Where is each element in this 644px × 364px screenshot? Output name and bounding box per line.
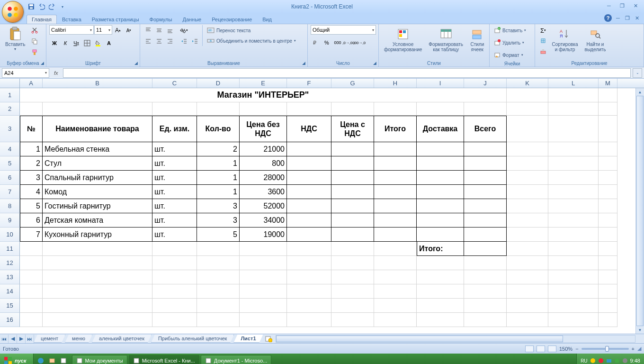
cell[interactable]: шт. (152, 142, 197, 156)
taskbar-item[interactable]: Microsoft Excel - Кни... (129, 355, 199, 364)
cell[interactable] (417, 156, 464, 171)
row-header[interactable]: 10 (0, 228, 20, 242)
scroll-up-icon[interactable]: ▲ (636, 88, 644, 96)
save-icon[interactable] (27, 2, 36, 11)
cell[interactable] (507, 102, 548, 116)
cell[interactable] (287, 228, 331, 242)
orientation-icon[interactable]: ab▾ (179, 25, 189, 36)
cell[interactable] (548, 299, 599, 313)
cell[interactable] (548, 242, 599, 256)
align-left-icon[interactable] (143, 36, 153, 46)
cell[interactable] (197, 256, 240, 270)
align-middle-icon[interactable] (154, 25, 164, 36)
cell[interactable] (374, 199, 417, 213)
grow-font-icon[interactable]: A▴ (113, 25, 123, 36)
cell[interactable] (464, 299, 507, 313)
autosum-icon[interactable]: Σ▾ (538, 25, 548, 36)
format-as-table-button[interactable]: Форматировать как таблицу (426, 25, 465, 54)
cell[interactable] (548, 185, 599, 199)
cell[interactable] (197, 270, 240, 284)
row-header[interactable]: 12 (0, 256, 20, 270)
cell[interactable] (374, 270, 417, 284)
cell[interactable] (374, 242, 417, 256)
cell[interactable] (417, 270, 464, 284)
row-header[interactable]: 9 (0, 213, 20, 228)
cell[interactable]: 4 (20, 185, 43, 199)
cell[interactable] (374, 142, 417, 156)
ribbon-tab[interactable]: Рецензирование (206, 15, 257, 24)
cell[interactable] (464, 213, 507, 228)
cell[interactable] (20, 256, 43, 270)
cell[interactable] (240, 313, 287, 327)
cell[interactable] (464, 199, 507, 213)
cut-icon[interactable] (29, 25, 40, 36)
cell[interactable] (374, 102, 417, 116)
cell[interactable] (240, 299, 287, 313)
cell[interactable]: шт. (152, 156, 197, 171)
percent-format-icon[interactable]: % (322, 37, 332, 48)
vertical-scrollbar[interactable]: ▲ ▼ (635, 88, 644, 334)
cell[interactable] (507, 313, 548, 327)
increase-indent-icon[interactable] (190, 36, 200, 46)
quicklaunch-icon[interactable] (36, 355, 46, 364)
cell[interactable] (287, 313, 331, 327)
cell[interactable] (507, 228, 548, 242)
hscroll-thumb[interactable] (276, 336, 564, 342)
cell[interactable]: Гостиный гарнитур (43, 199, 152, 213)
cell[interactable]: 2 (197, 142, 240, 156)
cell[interactable] (331, 102, 374, 116)
sort-filter-button[interactable]: АЯ Сортировка и фильтр (550, 25, 580, 54)
cell[interactable] (20, 299, 43, 313)
cell[interactable] (197, 299, 240, 313)
cell[interactable] (331, 142, 374, 156)
cell[interactable]: 52000 (240, 199, 287, 213)
cell[interactable] (507, 284, 548, 299)
cell[interactable] (548, 228, 599, 242)
row-header[interactable]: 8 (0, 199, 20, 213)
align-bottom-icon[interactable] (165, 25, 175, 36)
cell[interactable] (43, 284, 152, 299)
taskbar-item[interactable]: Мои документы (72, 355, 127, 364)
cell[interactable] (331, 156, 374, 171)
row-header[interactable]: 13 (0, 270, 20, 284)
cell[interactable] (599, 228, 617, 242)
cell[interactable] (599, 299, 617, 313)
cell[interactable]: 5 (20, 199, 43, 213)
cell[interactable]: 1 (197, 171, 240, 185)
tray-icon[interactable] (606, 358, 612, 364)
cell[interactable] (507, 299, 548, 313)
cell[interactable]: Кухонный гарнитур (43, 228, 152, 242)
cell[interactable] (43, 270, 152, 284)
cell[interactable] (548, 284, 599, 299)
cell[interactable]: 5 (197, 228, 240, 242)
cell[interactable] (43, 102, 152, 116)
cell[interactable] (43, 299, 152, 313)
view-page-layout-icon[interactable] (537, 346, 545, 352)
increase-decimal-icon[interactable]: ,0→,00 (343, 37, 354, 48)
cell[interactable] (507, 171, 548, 185)
cell[interactable] (548, 116, 599, 142)
doc-close-button[interactable]: ✕ (634, 15, 640, 21)
clear-icon[interactable] (538, 46, 548, 56)
ribbon-tab[interactable]: Вставка (57, 15, 87, 24)
cell[interactable]: 1 (197, 185, 240, 199)
new-sheet-icon[interactable] (263, 335, 274, 343)
cell[interactable] (374, 171, 417, 185)
formula-expand-icon[interactable]: ⌄ (633, 68, 642, 78)
cell[interactable] (152, 102, 197, 116)
insert-cells-button[interactable]: +Вставить▾ (492, 25, 528, 36)
cell[interactable] (599, 270, 617, 284)
cell[interactable]: Цена с НДС (331, 116, 374, 142)
cell[interactable] (599, 213, 617, 228)
cell[interactable]: 19000 (240, 228, 287, 242)
row-header[interactable]: 3 (0, 116, 20, 142)
cell[interactable] (197, 102, 240, 116)
cell[interactable] (548, 171, 599, 185)
cell[interactable]: 6 (20, 213, 43, 228)
cell[interactable]: Комод (43, 185, 152, 199)
font-color-icon[interactable]: A (104, 38, 114, 48)
cell[interactable] (548, 256, 599, 270)
cell[interactable]: Доставка (417, 116, 464, 142)
bold-icon[interactable]: Ж (49, 38, 60, 48)
worksheet-grid[interactable]: ABCDEFGHIJKLM 1Магазин "ИНТЕРЬЕР"23№Наим… (0, 79, 644, 334)
